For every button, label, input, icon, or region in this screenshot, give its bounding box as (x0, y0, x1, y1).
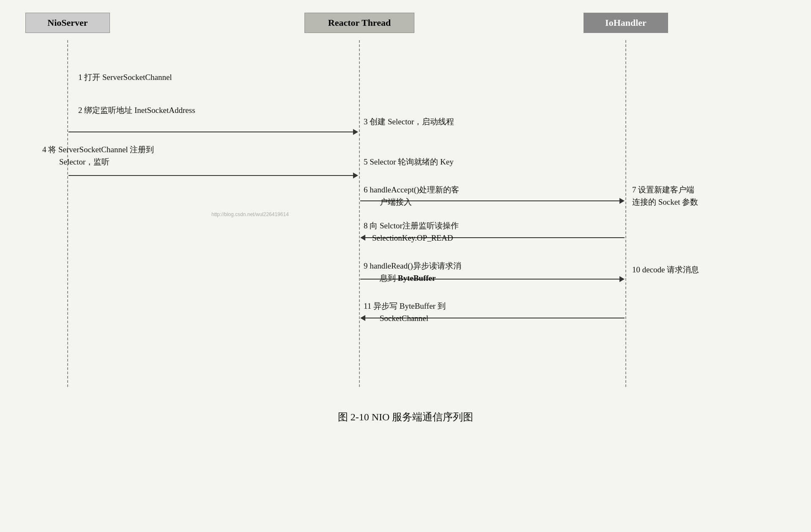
step-9-label: 9 handleRead()异步读请求消 息到 ByteBuffer (364, 260, 461, 284)
step-4-arrow (68, 173, 358, 178)
step-1-label: 1 打开 ServerSocketChannel (78, 72, 172, 83)
iohandler-lifeline (625, 40, 626, 387)
step-3-line (68, 132, 353, 132)
lifeline-nioserver: NioServer (25, 13, 110, 33)
step-3-arrow (68, 129, 358, 135)
step-4-line (68, 175, 353, 176)
step-7-label: 7 设置新建客户端 连接的 Socket 参数 (632, 184, 698, 208)
step-4-arrowhead (353, 173, 358, 178)
step-4-label: 4 将 ServerSocketChannel 注册到 Selector，监听 (42, 144, 154, 168)
step-2-label: 2 绑定监听地址 InetSocketAddress (78, 105, 195, 116)
step-11-label: 11 异步写 ByteBuffer 到 SocketChannel (364, 300, 446, 324)
lifeline-iohandler: IoHandler (584, 13, 668, 33)
step-6-label: 6 handleAccept()处理新的客 户端接入 (364, 184, 459, 208)
reactor-lifeline (359, 40, 360, 387)
nioserver-lifeline (67, 40, 68, 387)
lifeline-reactor: Reactor Thread (304, 13, 414, 33)
step-10-label: 10 decode 请求消息 (632, 264, 699, 276)
diagram-caption: 图 2-10 NIO 服务端通信序列图 (338, 410, 474, 424)
step-3-arrowhead (353, 129, 358, 135)
step-5-label: 5 Selector 轮询就绪的 Key (364, 156, 454, 168)
watermark: http://blog.csdn.net/wul226419614 (211, 211, 289, 217)
step-9-arrowhead (619, 276, 625, 282)
step-8-label: 8 向 Selctor注册监听读操作 SelectionKey.OP_READ (364, 220, 459, 244)
diagram-container: NioServer Reactor Thread IoHandler 1 打开 … (0, 0, 811, 532)
step-6-arrowhead (619, 198, 625, 204)
step-3-label: 3 创建 Selector，启动线程 (364, 116, 454, 128)
